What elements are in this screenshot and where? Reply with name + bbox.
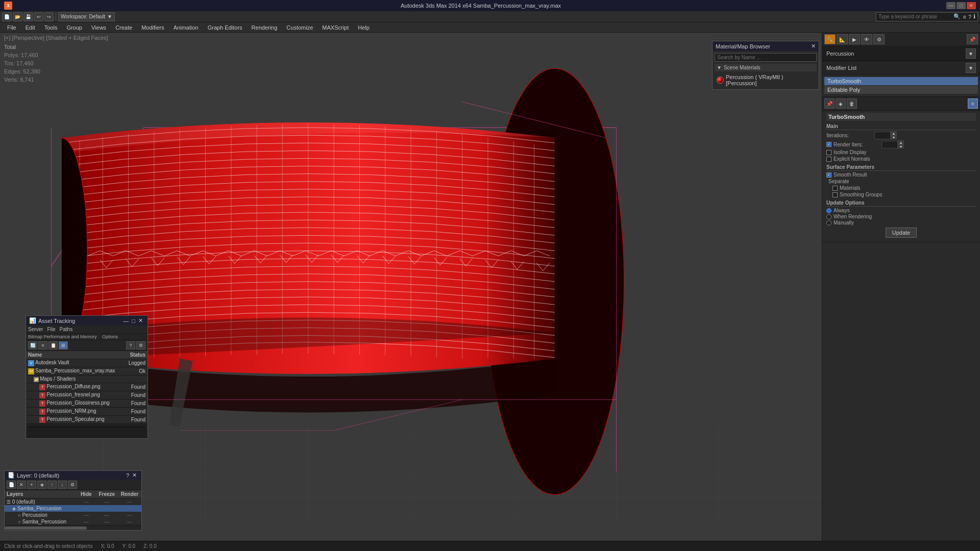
- menu-modifiers[interactable]: Modifiers: [137, 23, 168, 32]
- layers-close-btn[interactable]: ✕: [131, 472, 138, 479]
- at-row[interactable]: VAutodesk Vault Logged: [26, 359, 148, 367]
- configure-modifier-icon[interactable]: ≡: [968, 98, 978, 109]
- remove-modifier-icon[interactable]: 🗑: [847, 98, 857, 109]
- workspace-dropdown[interactable]: Workspace: Default ▼: [58, 12, 115, 21]
- make-unique-icon[interactable]: ◈: [836, 98, 846, 109]
- layer-select-icon[interactable]: ◈: [37, 481, 46, 489]
- at-menu-file[interactable]: File: [47, 327, 55, 332]
- at-help-icon[interactable]: ?: [126, 341, 135, 349]
- at-settings-icon[interactable]: ⚙: [136, 341, 145, 349]
- layer-settings-icon[interactable]: ⚙: [68, 481, 77, 489]
- hierarchy-icon[interactable]: 📐: [837, 34, 848, 44]
- display-icon[interactable]: 👁: [861, 34, 872, 44]
- at-row[interactable]: 📁Maps / Shaders: [26, 375, 148, 383]
- at-options[interactable]: Options: [102, 334, 118, 339]
- update-button[interactable]: Update: [886, 228, 917, 238]
- layers-help-btn[interactable]: ?: [125, 472, 131, 479]
- pin-stack-icon[interactable]: 📌: [824, 98, 835, 109]
- minimize-button[interactable]: —: [946, 2, 955, 9]
- at-table-icon[interactable]: ⊞: [59, 341, 68, 349]
- layer-move-icon[interactable]: ↑: [47, 481, 57, 489]
- layer-row[interactable]: ◈ Samba_Percussion — — —: [5, 505, 141, 512]
- at-bitmap-perf[interactable]: Bitmap Performance and Memory: [28, 334, 97, 339]
- material-browser-title-text: Material/Map Browser: [716, 43, 770, 49]
- when-rendering-radio[interactable]: [826, 214, 831, 219]
- menu-views[interactable]: Views: [87, 23, 110, 32]
- layer-delete-icon[interactable]: ✕: [17, 481, 26, 489]
- toolbar-save[interactable]: 💾: [23, 12, 33, 21]
- modifier-item-editpoly[interactable]: Editable Poly: [824, 86, 978, 94]
- layer-row[interactable]: ○ Percussion — — —: [5, 512, 141, 518]
- at-row[interactable]: MSamba_Percussion_max_vray.max Ok: [26, 367, 148, 375]
- menu-create[interactable]: Create: [111, 23, 136, 32]
- materials-checkbox[interactable]: [832, 186, 838, 191]
- layer-row[interactable]: ☰ 0 (default) — — —: [5, 498, 141, 506]
- at-list-icon[interactable]: ≡: [38, 341, 47, 349]
- smooth-result-checkbox[interactable]: [826, 172, 831, 178]
- close-button[interactable]: ✕: [967, 2, 976, 9]
- at-row[interactable]: TPercussion_Specular.png Found: [26, 416, 148, 424]
- iterations-down[interactable]: ▼: [891, 135, 897, 139]
- panel-pin-icon[interactable]: 📌: [967, 34, 978, 44]
- toolbar-open[interactable]: 📂: [13, 12, 22, 21]
- at-row[interactable]: TPercussion_Glossiness.png Found: [26, 399, 148, 408]
- at-scrollbar[interactable]: [26, 424, 148, 429]
- toolbar-new[interactable]: 📄: [2, 12, 12, 21]
- menu-edit[interactable]: Edit: [21, 23, 39, 32]
- at-detail-icon[interactable]: 📋: [48, 341, 58, 349]
- iterations-input[interactable]: 0: [874, 132, 891, 139]
- at-row[interactable]: TPercussion_fresnel.png Found: [26, 391, 148, 399]
- layers-table: Layers Hide Freeze Render ☰ 0 (default) …: [5, 490, 141, 525]
- explicit-normals-checkbox[interactable]: [826, 157, 831, 162]
- manually-radio[interactable]: [826, 220, 831, 226]
- menu-help[interactable]: Help: [354, 23, 374, 32]
- utilities-icon[interactable]: ⚙: [873, 34, 885, 44]
- render-iters-input[interactable]: 2: [881, 141, 898, 148]
- iterations-up[interactable]: ▲: [891, 131, 897, 135]
- materials-row: Materials: [832, 185, 976, 191]
- at-menu-server[interactable]: Server: [28, 327, 43, 332]
- layer-add-icon[interactable]: +: [27, 481, 36, 489]
- render-iters-up[interactable]: ▲: [898, 140, 904, 144]
- menu-rendering[interactable]: Rendering: [248, 23, 282, 32]
- modifier-icon[interactable]: 🔧: [824, 34, 836, 44]
- layers-scrollbar[interactable]: [5, 525, 141, 530]
- at-menu-paths[interactable]: Paths: [60, 327, 73, 332]
- panel-dropdown-icon[interactable]: ▼: [966, 48, 976, 59]
- menu-tools[interactable]: Tools: [40, 23, 62, 32]
- layer-row[interactable]: ○ Samba_Percussion — — —: [5, 518, 141, 525]
- menubar: File Edit Tools Group Views Create Modif…: [0, 22, 980, 33]
- modifier-list-dropdown-icon[interactable]: ▼: [966, 63, 976, 73]
- render-iters-checkbox[interactable]: [826, 142, 831, 147]
- at-cell-name: TPercussion_NRM.png: [26, 408, 125, 416]
- tracking-minimize-btn[interactable]: —: [121, 318, 130, 324]
- toolbar-redo[interactable]: ↪: [44, 12, 54, 21]
- material-item[interactable]: Percussion ( VRayMtl ) [Percussion]: [715, 73, 817, 87]
- status-text: Click or click-and-drag to select object…: [4, 543, 92, 549]
- render-iters-down[interactable]: ▼: [898, 144, 904, 148]
- search-input[interactable]: [878, 14, 951, 19]
- menu-file[interactable]: File: [3, 23, 20, 32]
- when-rendering-label: When Rendering: [834, 214, 872, 219]
- material-search-input[interactable]: [715, 53, 817, 62]
- smoothing-groups-checkbox[interactable]: [832, 192, 838, 197]
- menu-graph-editors[interactable]: Graph Editors: [204, 23, 247, 32]
- layer-down-icon[interactable]: ↓: [58, 481, 67, 489]
- material-browser-close-btn[interactable]: ✕: [811, 43, 816, 49]
- at-row[interactable]: TPercussion_NRM.png Found: [26, 408, 148, 416]
- tracking-close-btn[interactable]: ✕: [137, 317, 144, 324]
- tracking-maximize-btn[interactable]: □: [130, 318, 137, 324]
- isoline-checkbox[interactable]: [826, 150, 831, 155]
- maximize-button[interactable]: □: [957, 2, 966, 9]
- layer-new-icon[interactable]: 📄: [7, 481, 16, 489]
- toolbar-undo[interactable]: ↩: [34, 12, 43, 21]
- at-refresh-icon[interactable]: 🔄: [28, 341, 37, 349]
- menu-group[interactable]: Group: [62, 23, 86, 32]
- motion-icon[interactable]: ▶: [849, 34, 860, 44]
- always-radio[interactable]: [826, 208, 831, 213]
- menu-maxscript[interactable]: MAXScript: [318, 23, 353, 32]
- at-row[interactable]: TPercussion_Diffuse.png Found: [26, 383, 148, 391]
- menu-customize[interactable]: Customize: [282, 23, 317, 32]
- menu-animation[interactable]: Animation: [169, 23, 203, 32]
- modifier-item-turbos[interactable]: TurboSmooth: [824, 77, 978, 85]
